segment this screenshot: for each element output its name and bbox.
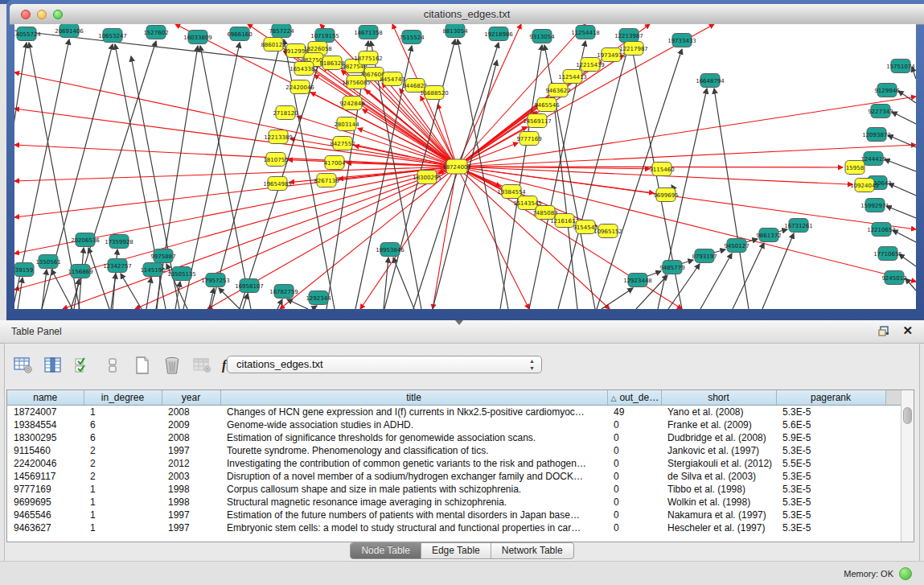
cell-out_de[interactable]: 0 (607, 444, 661, 457)
graph-node[interactable]: 18953846 (376, 243, 405, 257)
cell-name[interactable]: 14569117 (7, 470, 84, 483)
table-row[interactable]: 911546021997Tourette syndrome. Phenomeno… (7, 444, 901, 457)
cell-pagerank[interactable]: 5.9E-5 (776, 431, 885, 444)
cell-short[interactable]: Franke et al. (2009) (661, 418, 776, 431)
cell-year[interactable]: 1997 (162, 521, 220, 534)
tab-network-table[interactable]: Network Table (491, 543, 573, 558)
cell-title[interactable]: Disruption of a novel member of a sodium… (220, 470, 607, 483)
cell-short[interactable]: Stergiakouli et al. (2012) (661, 457, 776, 470)
cell-year[interactable]: 1998 (162, 496, 220, 509)
cell-year[interactable]: 1997 (162, 509, 220, 521)
cell-title[interactable]: Investigating the contribution of common… (220, 457, 607, 470)
cell-in_degree[interactable]: 1 (84, 483, 162, 496)
graph-node[interactable]: 1292344 (306, 291, 331, 305)
close-panel-icon[interactable]: ✕ (902, 323, 913, 338)
cell-year[interactable]: 2008 (162, 431, 220, 444)
graph-node[interactable]: 1145190 (140, 263, 165, 277)
graph-node[interactable]: 9699695 (653, 188, 678, 202)
cell-year[interactable]: 2009 (162, 418, 220, 431)
window-titlebar[interactable]: citations_edges.txt (10, 4, 924, 25)
graph-node[interactable]: 12210653 (867, 223, 896, 237)
cell-pagerank[interactable]: 5.3E-5 (776, 483, 885, 496)
cell-title[interactable]: Genome-wide association studies in ADHD. (220, 418, 607, 431)
graph-node[interactable]: 1527602 (143, 26, 168, 39)
cell-in_degree[interactable]: 1 (84, 521, 162, 534)
cell-title[interactable]: Embryonic stem cells: a model to study s… (220, 521, 607, 534)
graph-node[interactable]: 2803144 (334, 117, 359, 131)
cell-in_degree[interactable]: 1 (84, 406, 162, 419)
cell-pagerank[interactable]: 5.6E-5 (776, 418, 885, 431)
cell-in_degree[interactable]: 2 (84, 457, 162, 470)
column-header-title[interactable]: title (220, 390, 607, 406)
graph-node[interactable]: 17957253 (201, 274, 230, 287)
graph-node[interactable]: 1156869 (68, 265, 92, 278)
graph-node[interactable]: 8860122 (261, 38, 285, 51)
cell-name[interactable]: 9465546 (7, 509, 84, 521)
graph-node[interactable]: 14671358 (354, 26, 383, 39)
delete-trash-icon[interactable] (162, 355, 183, 376)
graph-node[interactable]: 39159 (14, 263, 34, 277)
graph-node[interactable]: 14055724 (14, 27, 41, 41)
cell-title[interactable]: Corpus callosum shape and size in male p… (220, 483, 607, 496)
float-panel-icon[interactable] (877, 325, 890, 338)
cell-short[interactable]: Hescheler et al. (1997) (661, 521, 776, 534)
cell-short[interactable]: Tibbo et al. (1998) (661, 483, 776, 496)
cell-out_de[interactable]: 0 (607, 483, 661, 496)
cell-short[interactable]: Nakamura et al. (1997) (661, 509, 776, 521)
cell-name[interactable]: 22420046 (7, 457, 84, 470)
cell-pagerank[interactable]: 5.3E-5 (776, 406, 885, 419)
cell-short[interactable]: Yano et al. (2008) (661, 406, 776, 419)
graph-node[interactable]: 11254413 (558, 70, 587, 84)
column-header-short[interactable]: short (661, 390, 776, 406)
graph-node[interactable]: 11254418 (571, 26, 600, 39)
graph-node[interactable]: 12093872 (862, 128, 891, 142)
graph-node[interactable]: 8454743 (380, 72, 405, 86)
cell-year[interactable]: 2012 (162, 457, 220, 470)
table-row[interactable]: 946554611997Estimation of the future num… (7, 509, 901, 521)
new-document-icon[interactable] (132, 355, 153, 376)
graph-node[interactable]: 20206536 (71, 233, 100, 247)
graph-node[interactable]: 9227343 (868, 105, 893, 118)
splitter-grip[interactable] (455, 320, 463, 325)
cell-title[interactable]: Changes of HCN gene expression and I(f) … (220, 406, 607, 419)
graph-node[interactable]: 15992971 (860, 199, 889, 212)
cell-year[interactable]: 1997 (162, 444, 220, 457)
vertical-scrollbar[interactable] (901, 390, 914, 542)
graph-node[interactable]: 12342757 (103, 259, 132, 273)
cell-out_de[interactable]: 0 (607, 509, 661, 521)
graph-node[interactable]: 1350561 (35, 255, 60, 269)
tab-node-table[interactable]: Node Table (351, 543, 421, 558)
cell-pagerank[interactable]: 5.5E-5 (776, 457, 885, 470)
cell-name[interactable]: 9115460 (7, 444, 84, 457)
cell-out_de[interactable]: 0 (607, 521, 661, 534)
cell-title[interactable]: Estimation of the future numbers of pati… (220, 509, 607, 521)
cell-out_de[interactable]: 0 (607, 431, 661, 444)
cell-pagerank[interactable]: 5.3E-5 (776, 496, 885, 509)
cell-name[interactable]: 19384554 (7, 418, 84, 431)
graph-node[interactable]: 16648794 (696, 74, 725, 88)
column-header-in_degree[interactable]: in_degree (84, 390, 162, 406)
table-row[interactable]: 1456911722003Disruption of a novel membe… (7, 470, 901, 483)
column-header-out_de[interactable]: △out_de… (607, 390, 661, 406)
cell-short[interactable]: de Silva et al. (2003) (661, 470, 776, 483)
citation-graph[interactable]: 1405572420691406106532471527602160338096… (14, 24, 916, 309)
graph-node[interactable]: 12215439 (576, 58, 605, 72)
column-header-pagerank[interactable]: pagerank (776, 390, 885, 406)
cell-year[interactable]: 2003 (162, 470, 220, 483)
graph-node[interactable]: 9245012 (881, 271, 906, 285)
cell-pagerank[interactable]: 5.3E-5 (776, 470, 885, 483)
cell-name[interactable]: 9699695 (7, 496, 84, 509)
cell-in_degree[interactable]: 2 (84, 444, 162, 457)
table-row[interactable]: 946362711997Embryonic stem cells: a mode… (7, 521, 901, 534)
graph-node[interactable]: 9975887 (150, 249, 175, 263)
cell-in_degree[interactable]: 6 (84, 431, 162, 444)
table-row[interactable]: 1872400712008Changes of HCN gene express… (7, 406, 901, 419)
cell-name[interactable]: 18724007 (7, 406, 84, 419)
table-row[interactable]: 977716911998Corpus callosum shape and si… (7, 483, 901, 496)
scrollbar-thumb[interactable] (903, 407, 912, 424)
graph-node[interactable]: 7857224 (269, 24, 294, 38)
cell-out_de[interactable]: 0 (607, 470, 661, 483)
graph-node[interactable]: 15751074 (886, 60, 915, 73)
checked-list-icon[interactable] (72, 355, 93, 376)
graph-node[interactable]: 9861372 (756, 229, 781, 242)
